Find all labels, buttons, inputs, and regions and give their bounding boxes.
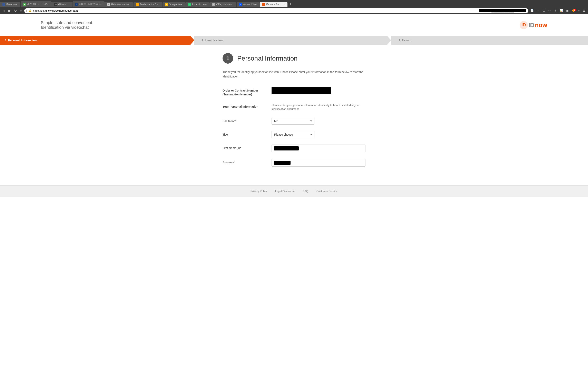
page-content: Simple, safe and convenient: Identificat… — [0, 14, 588, 367]
order-number-control — [272, 87, 365, 94]
step-number: 1 — [226, 55, 229, 62]
idnow-logo: ID ID now — [519, 21, 547, 29]
synced-tabs-icon[interactable]: 📊 — [559, 9, 564, 13]
tab-label-waves: Waves Client — [243, 3, 257, 6]
download-icon[interactable]: ⬇ — [553, 9, 557, 13]
tab-label-drive: 내 드라이브 – Goo... — [27, 2, 49, 6]
customer-service-link[interactable]: Customer Service — [316, 190, 337, 193]
progress-step-2: 2. Identification — [194, 36, 391, 45]
favicon-dashboard: D — [136, 3, 139, 6]
favicon-upbit: U — [75, 3, 78, 6]
tab-github[interactable]: G GitHub — [52, 2, 72, 7]
progress-bar: 1. Personal Information 2. Identificatio… — [0, 36, 588, 45]
order-number-label: Order or Contract Number (Transaction Nu… — [223, 87, 268, 97]
title-select[interactable]: Please choose Dr. Prof. Prof. Dr. — [272, 131, 314, 138]
surname-label: Surname* — [223, 159, 268, 165]
overflow-icon[interactable]: » — [578, 9, 581, 13]
close-tab-icon[interactable]: ✕ — [283, 3, 285, 6]
favicon-github: G — [54, 3, 57, 6]
privacy-policy-link[interactable]: Privacy Policy — [251, 190, 267, 193]
tab-label-facebook: Facebook — [6, 3, 17, 6]
personal-info-hint: Please enter your personal information i… — [272, 103, 365, 111]
tab-indacoin[interactable]: i indacoin.com/ — [186, 2, 210, 7]
favicon-releases: R — [107, 3, 110, 6]
pocket-icon[interactable]: ⬡ — [542, 9, 546, 13]
favicon-waves: W — [239, 3, 242, 6]
title-row: Title Please choose Dr. Prof. Prof. Dr. — [223, 131, 365, 138]
tab-idnow[interactable]: I IDnow – Sim... ✕ — [260, 2, 287, 7]
tagline-line2: Identification via videochat — [41, 25, 93, 30]
tab-label-cex: CEX, bitstamp... — [216, 3, 234, 6]
menu-icon[interactable]: ☰ — [582, 9, 586, 13]
tab-cex[interactable]: C CEX, bitstamp... — [210, 2, 236, 7]
new-tab-button[interactable]: + — [288, 2, 293, 6]
tab-waves[interactable]: W Waves Client — [237, 2, 260, 7]
tab-label-indacoin: indacoin.com/ — [192, 3, 207, 6]
tab-dashboard[interactable]: D Dashboard – Co... — [134, 2, 162, 7]
favicon-googlekeep: K — [165, 3, 168, 6]
intro-text: Thank you for identifying yourself onlin… — [223, 70, 365, 79]
order-number-row: Order or Contract Number (Transaction Nu… — [223, 87, 365, 97]
legal-disclosure-link[interactable]: Legal Disclosure — [275, 190, 295, 193]
forward-button[interactable]: ▶ — [7, 8, 12, 13]
logo-now-text: now — [535, 22, 547, 29]
url-input[interactable] — [33, 9, 478, 12]
tab-facebook[interactable]: f Facebook — [0, 2, 20, 7]
reload-button[interactable]: ↻ — [13, 8, 18, 13]
salutation-control: Mr. Mrs. Ms. — [272, 118, 365, 125]
logo-id-text: ID — [528, 22, 535, 29]
step-circle: 1 — [223, 53, 233, 64]
url-redacted: ████████████ — [479, 9, 526, 12]
tab-bar: f Facebook ▲ 내 드라이브 – Goo... G GitHub U … — [0, 0, 588, 7]
favicon-indacoin: i — [188, 3, 191, 6]
personal-info-hint-text: Please enter your personal information i… — [272, 104, 360, 111]
address-bar[interactable]: ℹ 🔒 ████████████ — [24, 8, 528, 13]
surname-row: Surname* — [223, 159, 365, 167]
title-control: Please choose Dr. Prof. Prof. Dr. — [272, 131, 365, 138]
bookmark-icon[interactable]: ☆ — [548, 9, 552, 13]
salutation-select[interactable]: Mr. Mrs. Ms. — [272, 118, 314, 125]
back-button[interactable]: ◀ — [2, 8, 6, 13]
favicon-drive: ▲ — [23, 3, 26, 6]
form-area: 1 Personal Information Thank you for ide… — [182, 45, 406, 185]
tab-upbit[interactable]: U 업비트 - 대한민국 2... — [72, 1, 105, 7]
section-title: Personal Information — [237, 55, 297, 62]
logo-icon: ID — [519, 21, 528, 29]
tab-label-idnow: IDnow – Sim... — [266, 3, 282, 6]
more-options-icon[interactable]: ⋯ — [536, 9, 540, 13]
info-icon: ℹ — [26, 9, 27, 12]
salutation-row: Salutation* Mr. Mrs. Ms. — [223, 118, 365, 125]
progress-step-3: 3. Result — [391, 36, 588, 45]
tab-label-upbit: 업비트 - 대한민국 2... — [79, 2, 102, 6]
svg-text:ID: ID — [521, 22, 526, 27]
tab-label-github: GitHub — [58, 3, 66, 6]
tab-googlekeep[interactable]: K Google Keep — [163, 2, 186, 7]
tab-label-dashboard: Dashboard – Co... — [140, 3, 160, 6]
order-number-input-redacted[interactable] — [272, 87, 331, 94]
extensions-icon[interactable]: 🔶1 — [571, 9, 576, 13]
tab-drive[interactable]: ▲ 내 드라이브 – Goo... — [21, 1, 52, 7]
lock-icon: 🔒 — [29, 9, 32, 12]
browser-chrome: f Facebook ▲ 내 드라이브 – Goo... G GitHub U … — [0, 0, 588, 14]
toolbar-icons: 📄 ⋯ ⬡ ☆ ⬇ 📊 ▣ 🔶1 » ☰ — [530, 9, 586, 13]
step3-label: 3. Result — [398, 39, 410, 42]
favicon-facebook: f — [2, 3, 5, 6]
tagline-line1: Simple, safe and convenient: — [41, 20, 93, 25]
address-bar-row: ◀ ▶ ↻ ⌂ ℹ 🔒 ████████████ 📄 ⋯ ⬡ ☆ ⬇ 📊 ▣ 🔶… — [0, 7, 588, 14]
progress-step-1: 1. Personal Information — [0, 36, 194, 45]
personal-info-label: Your Personal Information — [223, 103, 268, 109]
home-button[interactable]: ⌂ — [19, 8, 23, 13]
section-header: 1 Personal Information — [223, 53, 365, 64]
firstname-label: First Name(s)* — [223, 145, 268, 150]
surname-control — [272, 159, 365, 167]
title-label: Title — [223, 131, 268, 137]
tab-releases[interactable]: R Releases · ether... — [105, 2, 134, 7]
header-tagline: Simple, safe and convenient: Identificat… — [41, 20, 93, 30]
tab-label-releases: Releases · ether... — [111, 3, 131, 6]
favicon-idnow: I — [262, 3, 265, 6]
reader-mode-icon[interactable]: 📄 — [530, 9, 535, 13]
favicon-cex: C — [212, 3, 215, 6]
containers-icon[interactable]: ▣ — [565, 9, 570, 13]
faq-link[interactable]: FAQ — [303, 190, 308, 193]
firstname-control — [272, 145, 365, 152]
